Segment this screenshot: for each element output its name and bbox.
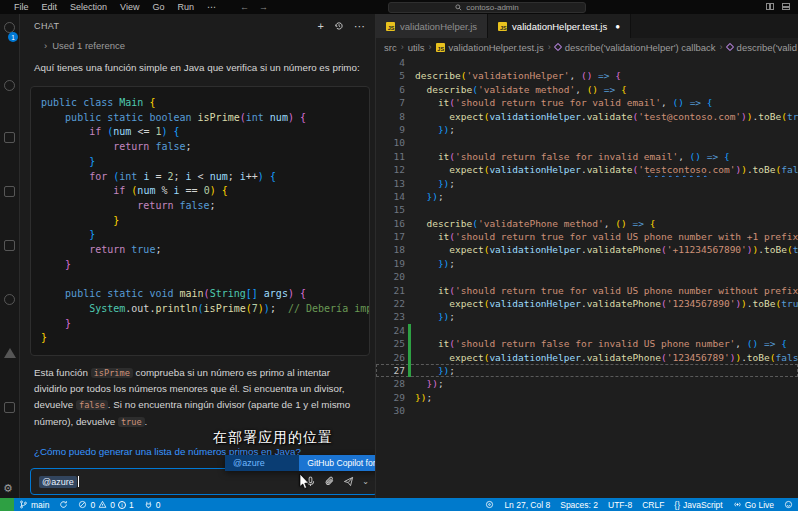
editor-line[interactable]: 10: [376, 136, 798, 149]
send-icon[interactable]: [343, 476, 354, 487]
gutter: [405, 177, 415, 190]
suggest-participant[interactable]: @azure: [225, 455, 299, 471]
tab-validationHelper-test-js[interactable]: JS validationHelper.test.js ●: [488, 14, 631, 38]
editor-line[interactable]: 23 });: [376, 310, 798, 323]
ports-item[interactable]: 0: [139, 498, 166, 511]
tab-validationHelper-js[interactable]: JS validationHelper.js: [376, 14, 488, 38]
menu-view[interactable]: View: [120, 2, 139, 12]
azure-icon[interactable]: [4, 348, 16, 358]
split-editor-icon[interactable]: [766, 3, 774, 10]
code-line: }: [41, 155, 359, 170]
code-line: public class Main {: [41, 96, 359, 111]
gutter: [405, 163, 415, 176]
editor-line[interactable]: 9 });: [376, 123, 798, 136]
editor-line[interactable]: 11 it('should return false for invalid e…: [376, 150, 798, 163]
gutter: [405, 404, 415, 417]
editor-line[interactable]: 6 describe('validate method', () => {: [376, 83, 798, 96]
editor-line[interactable]: 25 it('should return false for invalid U…: [376, 337, 798, 350]
breadcrumb-separator: ›: [429, 42, 432, 52]
chat-message-text: Aquí tienes una función simple en Java q…: [34, 61, 363, 75]
line-number: 18: [376, 243, 405, 256]
breadcrumb-src[interactable]: src: [384, 42, 397, 53]
menu-go[interactable]: Go: [152, 2, 164, 12]
editor-line[interactable]: 13 });: [376, 177, 798, 190]
editor-line[interactable]: 4: [376, 56, 798, 69]
branch-item[interactable]: main: [14, 498, 54, 511]
indent-item[interactable]: Spaces: 2: [555, 498, 603, 511]
editor-line[interactable]: 17 it('should return true for valid US p…: [376, 230, 798, 243]
account-icon[interactable]: [4, 294, 15, 305]
editor-line[interactable]: 14 });: [376, 190, 798, 203]
menu-edit[interactable]: Edit: [42, 2, 58, 12]
copilot-status-item[interactable]: [480, 498, 499, 511]
gear-icon[interactable]: ⚙: [3, 482, 13, 495]
go-live-item[interactable]: Go Live: [728, 498, 779, 511]
forward-icon[interactable]: →: [259, 2, 268, 12]
extensions-icon[interactable]: [4, 240, 15, 251]
editor-line[interactable]: 18 expect(validationHelper.validatePhone…: [376, 243, 798, 256]
editor-line[interactable]: 8 expect(validationHelper.validate('test…: [376, 110, 798, 123]
editor-line[interactable]: 21 it('should return true for valid US p…: [376, 284, 798, 297]
line-col-item[interactable]: Ln 27, Col 8: [499, 498, 555, 511]
editor-line[interactable]: 26 expect(validationHelper.validatePhone…: [376, 351, 798, 364]
editor-line[interactable]: 12 expect(validationHelper.validate('tes…: [376, 163, 798, 176]
send-dropdown-icon[interactable]: ⌄: [362, 477, 369, 486]
gutter: [405, 310, 415, 323]
editor-line[interactable]: 24: [376, 324, 798, 337]
new-chat-icon[interactable]: +: [318, 21, 324, 31]
menu-more[interactable]: ⋯: [207, 2, 216, 12]
chat-side-icon[interactable]: [4, 402, 15, 413]
eol-item[interactable]: CRLF: [637, 498, 669, 511]
run-debug-icon[interactable]: [4, 186, 15, 197]
breadcrumb-symbol[interactable]: describe('valid: [737, 42, 797, 53]
source-control-icon[interactable]: [4, 132, 15, 143]
text-segment: .: [145, 416, 148, 427]
tab-label: validationHelper.js: [400, 21, 477, 32]
line-number: 19: [376, 257, 405, 270]
modified-dot-icon[interactable]: ●: [615, 22, 620, 31]
encoding-item[interactable]: UTF-8: [603, 498, 637, 511]
breadcrumb-symbol[interactable]: describe('validationHelper') callback: [565, 42, 716, 53]
line-number: 13: [376, 177, 405, 190]
command-center[interactable]: contoso-admin: [388, 2, 586, 13]
editor-line[interactable]: 29});: [376, 391, 798, 404]
editor-line[interactable]: 5describe('validationHelper', () => {: [376, 69, 798, 82]
attach-icon[interactable]: [324, 476, 335, 487]
gutter: [405, 270, 415, 283]
back-icon[interactable]: ←: [240, 2, 249, 12]
sync-icon: [59, 500, 68, 509]
editor-line[interactable]: 22 expect(validationHelper.validatePhone…: [376, 297, 798, 310]
code-line: for (int i = 2; i < num; i++) {: [41, 170, 359, 185]
editor-line[interactable]: 15: [376, 203, 798, 216]
feedback-item[interactable]: [779, 498, 798, 511]
breadcrumb: src › utils › JS validationHelper.test.j…: [376, 38, 798, 56]
history-icon[interactable]: [334, 21, 344, 31]
breadcrumb-utils[interactable]: utils: [408, 42, 425, 53]
editor-line[interactable]: 19 });: [376, 257, 798, 270]
chat-input[interactable]: @azure ⌄: [30, 468, 376, 495]
menu-file[interactable]: File: [14, 2, 29, 12]
editor-line[interactable]: 20: [376, 270, 798, 283]
editor-line[interactable]: 28 });: [376, 377, 798, 390]
references-toggle[interactable]: › Used 1 reference: [20, 38, 375, 53]
line-number: 30: [376, 404, 405, 417]
editor-line[interactable]: 7 it('should return true for valid email…: [376, 96, 798, 109]
gutter: [405, 69, 415, 82]
info-icon: i: [118, 501, 126, 509]
code-line: return false;: [41, 140, 359, 155]
mouse-cursor: [299, 474, 310, 490]
editor-line[interactable]: 27 });: [376, 364, 798, 377]
layout-icon[interactable]: [782, 3, 790, 10]
menu-run[interactable]: Run: [177, 2, 194, 12]
editor-line[interactable]: 16 describe('validatePhone method', () =…: [376, 217, 798, 230]
language-item[interactable]: {} JavaScript: [669, 498, 727, 511]
sync-item[interactable]: [54, 498, 73, 511]
remote-indicator[interactable]: [0, 498, 14, 511]
menu-selection[interactable]: Selection: [70, 2, 107, 12]
breadcrumb-file[interactable]: validationHelper.test.js: [449, 42, 544, 53]
editor-line[interactable]: 30: [376, 404, 798, 417]
problems-item[interactable]: 0 0 i 1: [73, 498, 138, 511]
search-side-icon[interactable]: [4, 80, 15, 91]
code-editor[interactable]: 4 5describe('validationHelper', () => {6…: [376, 56, 798, 498]
chat-more-icon[interactable]: ⋯: [354, 21, 365, 31]
